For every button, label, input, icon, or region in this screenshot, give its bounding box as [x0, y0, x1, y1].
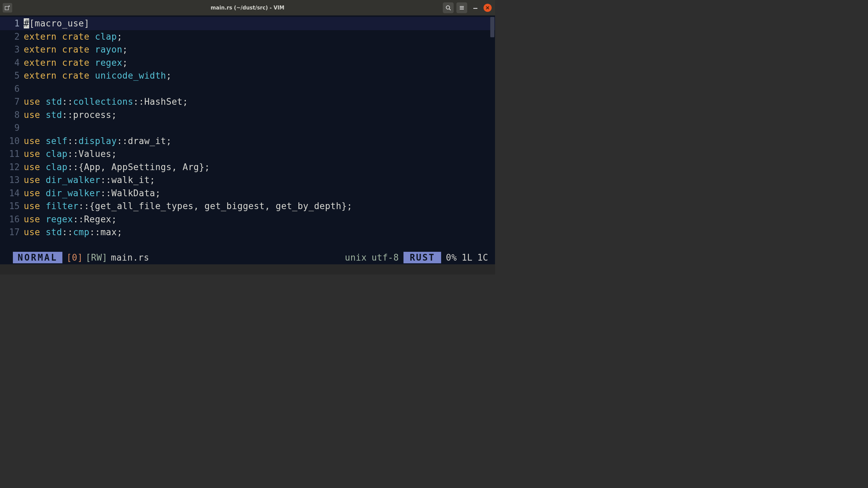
code-line[interactable]: 10use self::display::draw_it; — [0, 135, 495, 148]
code-line[interactable]: 3extern crate rayon; — [0, 43, 495, 56]
line-number: 1 — [0, 18, 24, 28]
code-line[interactable]: 14use dir_walker::WalkData; — [0, 187, 495, 200]
close-button[interactable] — [484, 4, 492, 12]
line-number: 14 — [0, 188, 24, 198]
code-content: use filter::{get_all_file_types, get_big… — [24, 201, 352, 211]
status-line: NORMAL [0] [RW] main.rs unix utf-8 RUST … — [0, 251, 495, 264]
line-number: 6 — [0, 84, 24, 94]
code-line[interactable]: 9 — [0, 121, 495, 135]
code-content: extern crate regex; — [24, 58, 128, 68]
code-content: use regex::Regex; — [24, 214, 117, 224]
code-line[interactable]: 15use filter::{get_all_file_types, get_b… — [0, 200, 495, 213]
line-number: 15 — [0, 201, 24, 211]
line-number: 12 — [0, 162, 24, 172]
status-readwrite: [RW] — [85, 252, 107, 263]
code-content: use self::display::draw_it; — [24, 136, 172, 146]
status-filename: main.rs — [111, 252, 149, 263]
code-line[interactable]: 8use std::process; — [0, 108, 495, 122]
code-line[interactable]: 11use clap::Values; — [0, 147, 495, 161]
line-number: 11 — [0, 149, 24, 159]
new-tab-icon — [5, 5, 10, 10]
status-right: unix utf-8 RUST 0% 1L 1C — [345, 252, 494, 263]
code-content: extern crate rayon; — [24, 44, 128, 55]
close-icon — [486, 6, 489, 9]
status-buffer-number: [0] — [66, 252, 83, 263]
code-content: use std::process; — [24, 110, 117, 120]
code-content: #[macro_use] — [24, 18, 90, 28]
code-content: use dir_walker::walk_it; — [24, 175, 155, 185]
titlebar-left — [0, 3, 12, 13]
code-line[interactable]: 7use std::collections::HashSet; — [0, 95, 495, 108]
titlebar-right: – — [443, 2, 495, 13]
code-content: use std::collections::HashSet; — [24, 97, 188, 107]
status-percent: 0% — [446, 252, 457, 263]
status-column-number: 1C — [477, 252, 488, 263]
code-area[interactable]: 1#[macro_use]2extern crate clap;3extern … — [0, 16, 495, 251]
status-encoding: utf-8 — [372, 252, 399, 263]
code-line[interactable]: 1#[macro_use] — [0, 17, 495, 30]
code-line[interactable]: 2extern crate clap; — [0, 30, 495, 43]
code-line[interactable]: 13use dir_walker::walk_it; — [0, 174, 495, 187]
code-content: use std::cmp::max; — [24, 227, 122, 237]
code-line[interactable]: 5extern crate unicode_width; — [0, 69, 495, 82]
status-mode: NORMAL — [13, 252, 62, 263]
minimize-button[interactable]: – — [470, 2, 481, 13]
scrollbar-thumb[interactable] — [490, 17, 494, 37]
line-number: 5 — [0, 70, 24, 81]
code-content: use clap::Values; — [24, 149, 117, 159]
editor-pane[interactable]: 1#[macro_use]2extern crate clap;3extern … — [0, 16, 495, 264]
line-number: 10 — [0, 136, 24, 146]
svg-point-3 — [446, 6, 450, 9]
new-tab-button[interactable] — [3, 3, 12, 13]
minimize-icon: – — [473, 4, 477, 12]
line-number: 16 — [0, 214, 24, 224]
titlebar: main.rs (~/dust/src) - VIM – — [0, 0, 495, 16]
menu-button[interactable] — [456, 2, 467, 13]
line-number: 4 — [0, 58, 24, 68]
line-number: 2 — [0, 32, 24, 42]
code-content: use dir_walker::WalkData; — [24, 188, 161, 198]
svg-rect-0 — [5, 6, 8, 10]
window-title: main.rs (~/dust/src) - VIM — [211, 5, 284, 11]
line-number: 7 — [0, 97, 24, 107]
search-button[interactable] — [443, 2, 454, 13]
line-number: 3 — [0, 44, 24, 55]
code-line[interactable]: 6 — [0, 82, 495, 96]
line-number: 9 — [0, 123, 24, 133]
code-content: extern crate unicode_width; — [24, 70, 172, 81]
terminal-window: main.rs (~/dust/src) - VIM – — [0, 0, 495, 274]
search-icon — [446, 5, 451, 11]
code-content: use clap::{App, AppSettings, Arg}; — [24, 162, 210, 172]
code-content: extern crate clap; — [24, 32, 122, 42]
status-language: RUST — [403, 252, 441, 263]
code-line[interactable]: 12use clap::{App, AppSettings, Arg}; — [0, 161, 495, 174]
code-line[interactable]: 16use regex::Regex; — [0, 213, 495, 226]
svg-line-4 — [449, 9, 451, 10]
status-line-number: 1L — [461, 252, 472, 263]
status-fileformat: unix — [345, 252, 367, 263]
line-number: 13 — [0, 175, 24, 185]
code-line[interactable]: 17use std::cmp::max; — [0, 226, 495, 239]
line-number: 8 — [0, 110, 24, 120]
line-number: 17 — [0, 227, 24, 237]
terminal-bottom-margin — [0, 264, 495, 274]
hamburger-icon — [459, 5, 465, 11]
code-line[interactable]: 4extern crate regex; — [0, 56, 495, 69]
